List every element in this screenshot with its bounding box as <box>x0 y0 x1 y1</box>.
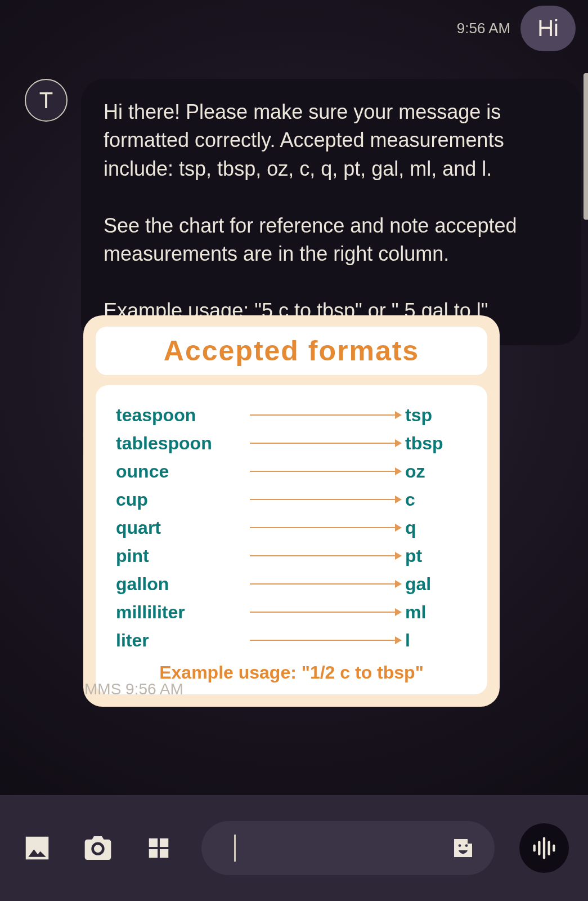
outgoing-timestamp: 9:56 AM <box>457 20 510 37</box>
svg-rect-1 <box>160 838 168 847</box>
format-abbr: pt <box>405 546 467 567</box>
svg-rect-3 <box>160 849 168 858</box>
arrow-icon <box>245 499 405 500</box>
format-full-name: liter <box>116 630 245 651</box>
format-full-name: cup <box>116 489 245 510</box>
format-abbr: c <box>405 489 467 510</box>
gallery-icon[interactable] <box>19 830 55 866</box>
format-abbr: tsp <box>405 405 467 426</box>
format-row: tablespoontbsp <box>116 429 467 457</box>
format-full-name: teaspoon <box>116 405 245 426</box>
format-full-name: pint <box>116 546 245 567</box>
format-abbr: gal <box>405 574 467 595</box>
format-abbr: tbsp <box>405 433 467 454</box>
format-abbr: q <box>405 518 467 538</box>
svg-rect-7 <box>548 841 550 855</box>
format-abbr: ml <box>405 602 467 623</box>
format-full-name: tablespoon <box>116 433 245 454</box>
format-row: gallongal <box>116 570 467 598</box>
format-abbr: oz <box>405 461 467 482</box>
outgoing-bubble[interactable]: Hi <box>520 6 576 51</box>
svg-rect-8 <box>553 845 555 852</box>
format-row: cupc <box>116 485 467 514</box>
format-row: literl <box>116 626 467 654</box>
format-full-name: quart <box>116 518 245 538</box>
formats-card-body: teaspoontsptablespoontbspounceozcupcquar… <box>96 385 487 694</box>
mms-attachment[interactable]: Accepted formats teaspoontsptablespoontb… <box>83 315 500 707</box>
contact-avatar[interactable]: T <box>25 79 68 122</box>
outgoing-message-row: 9:56 AM Hi <box>457 6 576 51</box>
voice-message-icon[interactable] <box>519 823 569 873</box>
format-row: teaspoontsp <box>116 401 467 429</box>
incoming-message-row: T Hi there! Please make sure your messag… <box>25 79 581 345</box>
arrow-icon <box>245 555 405 556</box>
apps-icon[interactable] <box>141 830 177 866</box>
format-row: ounceoz <box>116 457 467 485</box>
mms-timestamp: MMS 9:56 AM <box>84 680 183 698</box>
svg-rect-6 <box>543 837 545 859</box>
formats-card-title: Accepted formats <box>96 327 487 375</box>
svg-rect-2 <box>149 849 158 858</box>
arrow-icon <box>245 612 405 613</box>
arrow-icon <box>245 414 405 416</box>
svg-rect-5 <box>538 841 540 855</box>
arrow-icon <box>245 527 405 528</box>
scrollbar-indicator[interactable] <box>583 73 588 220</box>
format-full-name: gallon <box>116 574 245 595</box>
format-row: quartq <box>116 514 467 542</box>
compose-bar <box>0 795 588 901</box>
formats-card: Accepted formats teaspoontsptablespoontb… <box>83 315 500 707</box>
format-abbr: l <box>405 630 467 651</box>
camera-icon[interactable] <box>80 830 116 866</box>
arrow-icon <box>245 640 405 641</box>
format-full-name: ounce <box>116 461 245 482</box>
arrow-icon <box>245 471 405 472</box>
svg-rect-0 <box>149 838 158 847</box>
arrow-icon <box>245 583 405 585</box>
format-row: pintpt <box>116 542 467 570</box>
svg-rect-4 <box>533 845 536 852</box>
format-full-name: milliliter <box>116 602 245 623</box>
incoming-bubble[interactable]: Hi there! Please make sure your message … <box>81 79 581 345</box>
arrow-icon <box>245 443 405 444</box>
format-row: milliliterml <box>116 598 467 626</box>
compose-field[interactable] <box>201 821 495 875</box>
